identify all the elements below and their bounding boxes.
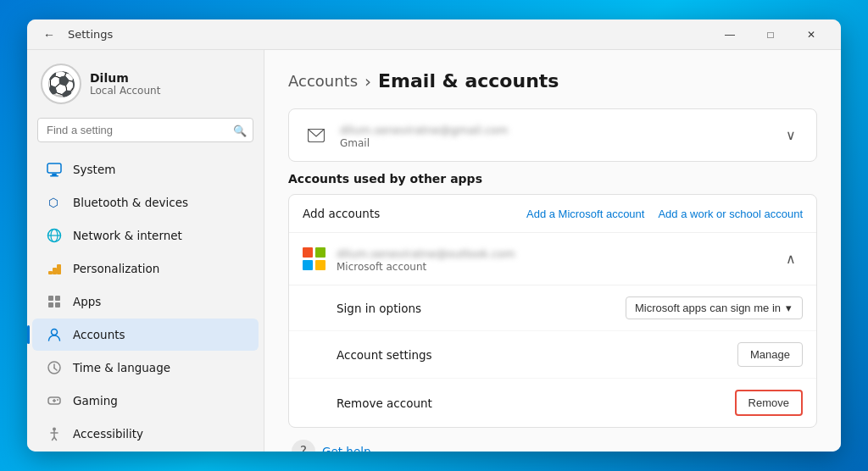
svg-rect-9 [57,264,61,274]
accounts-used-card: Add accounts Add a Microsoft account Add… [288,194,817,428]
get-help-section: ? Get help [288,440,817,452]
search-icon: 🔍 [233,124,247,136]
account-settings-action: Manage [737,342,803,367]
gmail-expand-button[interactable]: ∨ [779,124,803,147]
window-controls: — □ ✕ [710,21,831,48]
sidebar-item-accessibility[interactable]: Accessibility [32,418,259,450]
ms-logo-green [315,247,326,258]
svg-line-17 [54,368,57,371]
ms-email: dilum.seneviratne@outlook.com [337,247,515,260]
time-icon [46,359,63,376]
main-content: Accounts › Email & accounts dilum.senevi… [264,50,841,452]
ms-account-row: dilum.seneviratne@outlook.com Microsoft … [289,233,816,285]
back-button[interactable]: ← [37,23,61,47]
accounts-used-title: Accounts used by other apps [288,172,817,186]
svg-rect-10 [48,296,53,301]
account-settings-label: Account settings [337,348,737,362]
ms-logo-yellow [315,260,326,270]
gmail-row: dilum.seneviratne@gmail.com Gmail ∨ [289,109,816,161]
add-accounts-row: Add accounts Add a Microsoft account Add… [289,195,816,233]
account-settings-row: Account settings Manage [289,331,816,379]
sign-in-options-row: Sign in options Microsoft apps can sign … [289,285,816,331]
remove-account-row: Remove account Remove [289,379,816,427]
svg-rect-11 [55,296,60,301]
sidebar-label-network: Network & internet [73,229,182,242]
svg-rect-1 [52,174,57,175]
avatar: ⚽ [41,64,81,104]
sidebar-item-system[interactable]: System [32,153,259,186]
close-button[interactable]: ✕ [792,21,831,48]
sidebar-label-accessibility: Accessibility [73,427,143,441]
manage-button[interactable]: Manage [737,342,803,367]
sidebar-label-time: Time & language [73,361,170,374]
add-work-account-button[interactable]: Add a work or school account [658,208,803,220]
remove-button[interactable]: Remove [735,390,803,416]
maximize-button[interactable]: □ [751,21,790,48]
gmail-email: dilum.seneviratne@gmail.com [340,124,508,136]
accessibility-icon [46,425,63,442]
svg-rect-0 [47,163,61,173]
get-help-link[interactable]: Get help [322,445,371,452]
search-input[interactable] [37,118,253,142]
svg-rect-2 [50,175,58,177]
ms-logo-red [303,247,313,258]
user-profile: ⚽ Dilum Local Account [27,50,264,114]
mail-icon [303,122,330,149]
microsoft-logo [303,247,326,271]
breadcrumb-separator: › [364,71,371,91]
breadcrumb-accounts[interactable]: Accounts [288,72,358,90]
sidebar-label-accounts: Accounts [73,328,125,341]
minimize-button[interactable]: — [710,21,749,48]
ms-account-collapse-button[interactable]: ∧ [779,247,803,270]
gaming-icon [46,392,63,409]
page-title: Email & accounts [378,70,559,91]
user-name: Dilum [90,71,160,85]
settings-window: ← Settings — □ ✕ ⚽ Dilum Local Account [27,19,841,452]
gmail-provider: Gmail [340,137,769,149]
svg-rect-8 [53,268,57,274]
sidebar-label-bluetooth: Bluetooth & devices [73,196,188,209]
accounts-icon [46,326,63,343]
remove-account-label: Remove account [337,396,735,410]
dropdown-chevron-icon: ▾ [786,302,792,314]
gmail-card: dilum.seneviratne@gmail.com Gmail ∨ [288,108,817,162]
user-type: Local Account [90,85,160,97]
sidebar-item-time[interactable]: Time & language [32,352,259,384]
sidebar-item-personalization[interactable]: Personalization [32,252,259,285]
sign-in-dropdown-label: Microsoft apps can sign me in [635,302,781,314]
add-microsoft-account-button[interactable]: Add a Microsoft account [526,208,644,220]
apps-icon [46,293,63,310]
ms-logo-blue [303,260,313,270]
title-bar-left: ← Settings [37,23,710,47]
page-header: Accounts › Email & accounts [288,70,817,91]
sidebar-label-personalization: Personalization [73,262,159,275]
sidebar-item-apps[interactable]: Apps [32,285,259,318]
sidebar: ⚽ Dilum Local Account 🔍 System [27,50,264,452]
sidebar-label-apps: Apps [73,295,101,308]
sidebar-item-network[interactable]: Network & internet [32,219,259,252]
search-box: 🔍 [37,118,253,142]
ms-account-type: Microsoft account [337,261,769,273]
svg-rect-12 [48,302,53,308]
personalization-icon [46,260,63,277]
sidebar-item-gaming[interactable]: Gaming [32,385,259,417]
system-icon [46,161,63,178]
sidebar-item-privacy[interactable]: Privacy & security [32,451,259,452]
sign-in-dropdown[interactable]: Microsoft apps can sign me in ▾ [626,296,803,319]
svg-point-14 [52,330,58,335]
sidebar-item-accounts[interactable]: Accounts [32,319,259,351]
add-links: Add a Microsoft account Add a work or sc… [526,208,803,220]
svg-text:⬡: ⬡ [48,196,58,209]
get-help-icon: ? [292,440,315,452]
sidebar-item-bluetooth[interactable]: ⬡ Bluetooth & devices [32,186,259,219]
sidebar-label-system: System [73,163,115,176]
window-title: Settings [68,28,113,41]
remove-account-action: Remove [735,390,803,416]
user-info: Dilum Local Account [90,71,160,97]
svg-rect-13 [55,302,60,308]
svg-line-26 [54,437,57,441]
svg-point-21 [57,399,58,401]
nav-list: System ⬡ Bluetooth & devices Network & i… [27,149,264,452]
add-accounts-label: Add accounts [303,207,526,220]
network-icon [46,227,63,244]
